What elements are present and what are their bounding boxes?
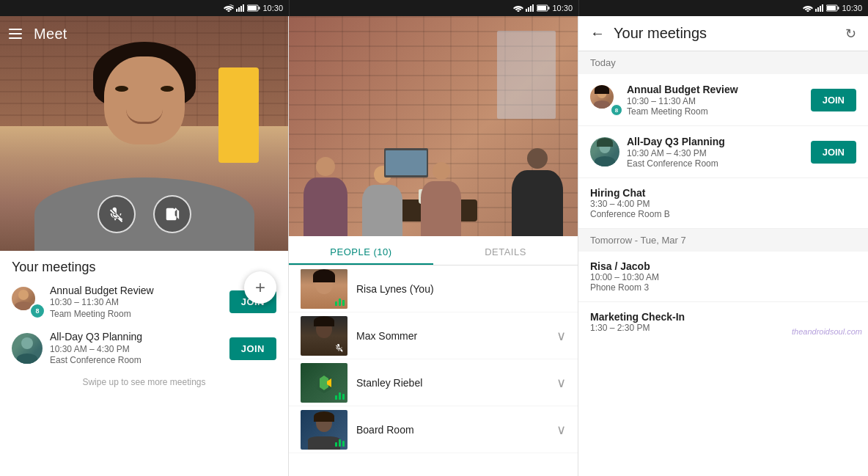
laptop: [384, 148, 428, 177]
stanley-name: Stanley Riebel: [356, 377, 556, 389]
svg-rect-1: [238, 7, 240, 12]
budget-join-right[interactable]: JOIN: [811, 89, 856, 111]
video-controls: [98, 195, 191, 233]
signal-icon-2: [526, 4, 534, 12]
meeting-item-q3: All-Day Q3 Planning 10:30 AM – 4:30 PM E…: [12, 330, 276, 366]
tab-details[interactable]: DETAILS: [433, 236, 578, 265]
hiring-chat-item: Hiring Chat 3:30 – 4:00 PM Conference Ro…: [578, 178, 868, 229]
svg-rect-24: [320, 380, 327, 386]
risa-jacob-title: Risa / Jacob: [590, 260, 856, 272]
tabs-bar: PEOPLE (10) DETAILS: [289, 236, 578, 266]
person-4: [512, 148, 563, 236]
svg-rect-0: [236, 9, 238, 12]
svg-rect-14: [815, 9, 817, 12]
videocam-off-icon: [164, 206, 180, 222]
face: [104, 56, 185, 144]
hiring-title: Hiring Chat: [590, 187, 856, 199]
panel-middle: PEOPLE (10) DETAILS Risa Lyn: [288, 16, 578, 476]
back-button[interactable]: ←: [590, 25, 605, 42]
svg-rect-20: [827, 6, 836, 10]
q3-time-right: 10:30 AM – 4:30 PM: [627, 148, 803, 158]
boardroom-name: Board Room: [356, 424, 556, 436]
budget-location: Team Meeting Room: [50, 309, 222, 321]
svg-rect-7: [526, 9, 527, 12]
main-content: Meet + Your meetings: [0, 16, 868, 476]
right-panel-title: Your meetings: [614, 25, 836, 42]
video-grid: [289, 16, 578, 236]
svg-rect-17: [822, 4, 823, 12]
people-item-max: Max Sommer ∨: [289, 312, 578, 359]
people-item-risa: Risa Lynes (You): [289, 266, 578, 312]
boardroom-chevron[interactable]: ∨: [556, 422, 566, 438]
svg-rect-5: [259, 7, 260, 10]
risa-jacob-location: Phone Room 3: [590, 282, 856, 293]
budget-title-right: Annual Budget Review: [627, 83, 803, 96]
audio-bars-board: [335, 439, 345, 447]
q3-time: 10:30 AM – 4:30 PM: [50, 344, 222, 356]
tab-people[interactable]: PEOPLE (10): [289, 236, 433, 265]
panel-left: Meet + Your meetings: [0, 16, 288, 476]
right-meeting-budget: 8 Annual Budget Review 10:30 – 11:30 AM …: [578, 74, 868, 126]
refresh-button[interactable]: ↻: [845, 26, 856, 42]
svg-rect-12: [548, 7, 550, 10]
risa-jacob-time: 10:00 – 10:30 AM: [590, 272, 856, 282]
svg-rect-2: [240, 6, 242, 12]
audio-bars-stanley: [335, 392, 345, 400]
today-section-label: Today: [578, 51, 868, 74]
status-bar-right: 10:30: [579, 0, 868, 16]
q3-join-right[interactable]: JOIN: [811, 141, 856, 164]
people-list: Risa Lynes (You) Max Sommer ∨: [289, 266, 578, 476]
wifi-icon-2: [513, 4, 523, 12]
budget-avatar-right: 8: [590, 85, 619, 114]
battery-icon-2: [537, 4, 550, 12]
risa-jacob-item: Risa / Jacob 10:00 – 10:30 AM Phone Room…: [578, 252, 868, 302]
audio-bars-risa: [335, 299, 345, 306]
mute-button[interactable]: [98, 195, 136, 233]
swipe-hint: Swipe up to see more meetings: [12, 377, 276, 387]
svg-rect-9: [530, 6, 532, 12]
mic-off-overlay: [334, 343, 345, 353]
watermark-text: theandroidsoul.com: [792, 327, 862, 336]
people-item-stanley: Stanley Riebel ∨: [289, 359, 578, 406]
q3-meeting-info: All-Day Q3 Planning 10:30 AM – 4:30 PM E…: [50, 330, 222, 366]
svg-rect-8: [528, 7, 529, 12]
status-bar-middle: 10:30: [290, 0, 579, 16]
budget-time: 10:30 – 11:30 AM: [50, 297, 222, 309]
q3-avatar: [12, 333, 43, 364]
app-header: Meet: [0, 16, 288, 51]
max-chevron[interactable]: ∨: [556, 328, 566, 344]
people-item-boardroom: Board Room ∨: [289, 406, 578, 453]
svg-rect-13: [537, 6, 546, 10]
stanley-chevron[interactable]: ∨: [556, 375, 566, 391]
budget-title: Annual Budget Review: [50, 284, 222, 297]
budget-meeting-info: Annual Budget Review 10:30 – 11:30 AM Te…: [50, 284, 222, 320]
q3-join-button[interactable]: JOIN: [229, 337, 276, 360]
app-title: Meet: [34, 26, 67, 43]
budget-count-badge: 8: [29, 303, 45, 319]
video-off-button[interactable]: [153, 195, 191, 233]
hiring-location: Conference Room B: [590, 209, 856, 219]
hamburger-menu[interactable]: [9, 29, 22, 39]
marketing-title: Marketing Check-In: [590, 311, 856, 323]
add-meeting-fab[interactable]: +: [244, 271, 276, 304]
risa-name: Risa Lynes (You): [356, 283, 566, 295]
risa-video-thumb: [301, 269, 347, 309]
q3-avatar-right: [590, 137, 619, 166]
budget-info-right: Annual Budget Review 10:30 – 11:30 AM Te…: [627, 83, 803, 117]
hiring-time: 3:30 – 4:00 PM: [590, 199, 856, 209]
stanley-video-thumb: [301, 363, 347, 403]
panel-right: ← Your meetings ↻ Today 8 Annual Budget …: [578, 16, 868, 476]
right-panel-header: ← Your meetings ↻: [578, 16, 868, 51]
budget-avatar-stack: 8: [12, 287, 43, 318]
battery-icon: [247, 4, 260, 12]
marketing-checkin-item: Marketing Check-In 1:30 – 2:30 PM theand…: [578, 302, 868, 342]
video-area: Meet: [0, 16, 288, 251]
boardroom-thumb: [301, 410, 347, 450]
q3-info-right: All-Day Q3 Planning 10:30 AM – 4:30 PM E…: [627, 135, 803, 169]
time-display-3: 10:30: [842, 4, 862, 12]
wifi-icon: [224, 4, 234, 12]
battery-icon-3: [826, 4, 839, 12]
max-video-thumb: [301, 316, 347, 356]
svg-rect-16: [820, 6, 821, 12]
q3-location: East Conference Room: [50, 355, 222, 367]
